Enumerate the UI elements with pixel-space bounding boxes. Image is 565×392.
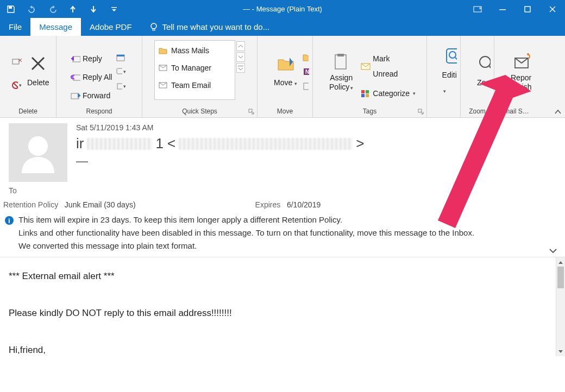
im-icon[interactable]: ▾ xyxy=(116,67,126,77)
body-line: Please kindly DO NOT reply to this email… xyxy=(9,304,556,323)
phish-icon xyxy=(513,53,531,71)
move-folder-icon xyxy=(277,54,295,73)
ribbon: ▾ Delete Delete Reply Reply All Forward … xyxy=(0,36,565,118)
close-button[interactable] xyxy=(540,0,565,18)
collapse-ribbon-icon[interactable] xyxy=(554,109,562,115)
reply-icon xyxy=(71,54,80,64)
maximize-button[interactable] xyxy=(515,0,540,18)
group-label-move: Move xyxy=(261,106,309,117)
onenote-icon[interactable]: N xyxy=(303,67,309,77)
forward-button[interactable]: Forward xyxy=(68,87,114,104)
dialog-launcher-icon[interactable] xyxy=(418,109,424,115)
svg-rect-22 xyxy=(304,83,309,90)
svg-text:N: N xyxy=(305,69,309,75)
sender-avatar xyxy=(9,123,67,182)
delete-label: Delete xyxy=(27,75,49,90)
forward-icon xyxy=(71,91,80,100)
window-title: — - Message (Plain Text) xyxy=(243,5,322,13)
svg-point-33 xyxy=(480,56,491,67)
retention-policy-value: Junk Email (30 days) xyxy=(65,200,136,209)
body-line: *** External email alert *** xyxy=(9,267,556,286)
group-label-respond: Respond xyxy=(60,106,139,117)
retention-row: Retention Policy Junk Email (30 days) Ex… xyxy=(0,198,565,211)
svg-rect-24 xyxy=(337,54,344,56)
svg-rect-7 xyxy=(12,59,19,64)
report-phish-button[interactable]: ReportPhish xyxy=(506,48,531,96)
tell-me-search[interactable]: Tell me what you want to do... xyxy=(141,18,279,36)
message-body: *** External email alert *** Please kind… xyxy=(0,257,565,356)
junk-icon[interactable]: ▾ xyxy=(12,80,22,90)
group-label-tags: Tags xyxy=(316,106,423,117)
actions-icon[interactable]: ▾ xyxy=(303,81,309,91)
qat-customize-icon[interactable] xyxy=(110,5,118,14)
menu-bar: File Message Adobe PDF Tell me what you … xyxy=(0,18,565,36)
chevron-down-icon[interactable] xyxy=(549,247,557,255)
ribbon-display-icon[interactable] xyxy=(465,0,490,18)
svg-rect-18 xyxy=(238,66,243,66)
reply-button[interactable]: Reply xyxy=(68,50,114,67)
gallery-more-icon[interactable] xyxy=(236,63,245,73)
tab-adobe-pdf[interactable]: Adobe PDF xyxy=(81,18,141,36)
svg-point-36 xyxy=(28,136,48,156)
find-icon xyxy=(444,47,457,65)
tab-message[interactable]: Message xyxy=(30,18,81,36)
scrollbar[interactable] xyxy=(556,257,565,356)
info-line: This item will expire in 23 days. To kee… xyxy=(18,213,474,226)
title-bar: — - Message (Plain Text) xyxy=(0,0,565,18)
undo-icon[interactable] xyxy=(27,5,36,14)
save-icon[interactable] xyxy=(7,5,15,14)
from-line: ir1 <> xyxy=(76,135,556,152)
quick-step-team-email[interactable]: Team Email xyxy=(156,77,234,94)
svg-point-32 xyxy=(449,52,456,58)
to-label: To xyxy=(9,186,556,195)
rules-icon[interactable]: ▾ xyxy=(303,53,309,62)
gallery-down-icon[interactable] xyxy=(236,52,245,62)
dialog-launcher-icon[interactable] xyxy=(248,109,255,115)
redo-icon[interactable] xyxy=(48,5,56,14)
scroll-thumb[interactable] xyxy=(557,267,564,288)
reply-all-button[interactable]: Reply All xyxy=(68,68,114,86)
assign-policy-icon xyxy=(332,53,350,71)
redacted xyxy=(179,138,353,150)
editing-button[interactable]: Editing▾ xyxy=(439,48,457,96)
minimize-button[interactable] xyxy=(490,0,515,18)
quick-step-to-manager[interactable]: To Manager xyxy=(156,59,234,77)
scroll-down-icon[interactable] xyxy=(556,347,565,356)
redacted xyxy=(87,138,152,150)
subject: — xyxy=(76,154,556,168)
tab-file[interactable]: File xyxy=(0,18,30,36)
svg-rect-14 xyxy=(117,68,122,74)
svg-rect-28 xyxy=(361,94,365,97)
zoom-button[interactable]: Zoom xyxy=(473,48,491,96)
scroll-up-icon[interactable] xyxy=(556,257,565,267)
info-bar[interactable]: i This item will expire in 23 days. To k… xyxy=(0,211,565,257)
received-date: Sat 5/11/2019 1:43 AM xyxy=(76,123,556,132)
follow-up-button[interactable]: Follow Up▾ xyxy=(359,104,418,106)
expires-value: 6/10/2019 xyxy=(287,200,321,209)
meeting-icon[interactable] xyxy=(116,53,126,62)
folder-icon xyxy=(158,46,168,55)
svg-text:i: i xyxy=(8,217,10,225)
quick-steps-gallery[interactable]: Mass Mails To Manager Team Email xyxy=(154,40,235,100)
gallery-up-icon[interactable] xyxy=(236,41,245,51)
svg-rect-2 xyxy=(474,7,481,12)
assign-policy-button[interactable]: Assign Policy▾ xyxy=(325,48,357,96)
svg-rect-15 xyxy=(117,84,122,89)
mail-closed-icon xyxy=(361,61,371,71)
delete-button[interactable]: Delete xyxy=(23,48,53,96)
move-button[interactable]: Move▾ xyxy=(269,48,302,96)
svg-rect-10 xyxy=(73,75,80,80)
zoom-icon xyxy=(478,54,491,73)
mark-unread-button[interactable]: Mark Unread xyxy=(359,50,418,83)
svg-point-35 xyxy=(527,53,529,55)
categorize-button[interactable]: Categorize▾ xyxy=(359,85,418,102)
ignore-icon[interactable] xyxy=(12,57,22,67)
prev-item-icon[interactable] xyxy=(68,5,77,14)
svg-rect-6 xyxy=(153,29,155,30)
more-respond-icon[interactable]: ▾ xyxy=(116,81,126,91)
quick-step-mass-mails[interactable]: Mass Mails xyxy=(156,42,234,59)
body-line: Hi,friend, xyxy=(9,341,556,356)
reply-all-icon xyxy=(71,72,80,82)
message-header: Sat 5/11/2019 1:43 AM ir1 <> — To xyxy=(0,118,565,198)
next-item-icon[interactable] xyxy=(89,5,98,14)
